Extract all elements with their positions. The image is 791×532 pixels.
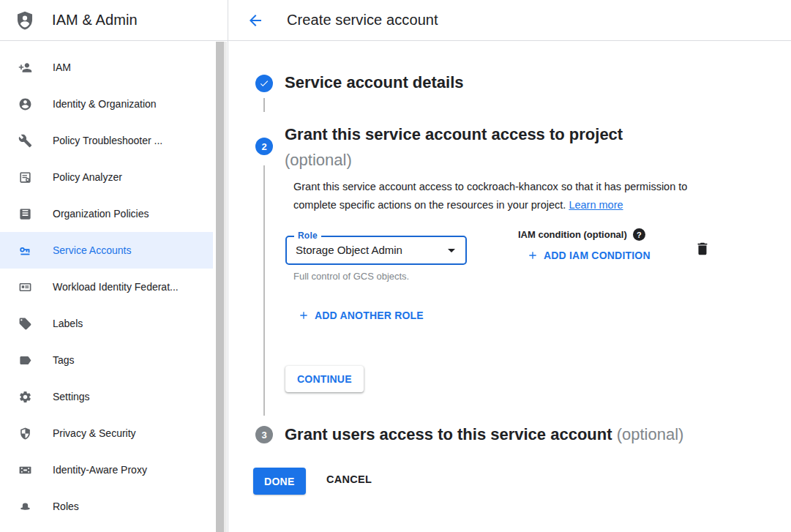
learn-more-link[interactable]: Learn more [569, 199, 623, 211]
continue-button[interactable]: CONTINUE [285, 366, 364, 392]
sidebar-item-label: Labels [53, 318, 83, 329]
back-arrow-icon[interactable] [247, 12, 264, 29]
gear-icon [16, 389, 34, 404]
stepper-connector [263, 98, 265, 112]
scrollbar-thumb[interactable] [216, 42, 224, 532]
document-lines-icon [16, 206, 34, 221]
sidebar-item-settings[interactable]: Settings [0, 378, 213, 415]
sidebar-header: IAM & Admin [0, 0, 228, 41]
product-title: IAM & Admin [52, 12, 138, 29]
policy-analyzer-doc-search-icon [16, 170, 34, 184]
sidebar-item-labels[interactable]: Labels [0, 305, 213, 342]
main-panel: Create service account Service account d… [228, 0, 791, 532]
sidebar-item-tags[interactable]: Tags [0, 342, 213, 378]
sidebar-item-policy-analyzer[interactable]: Policy Analyzer [0, 159, 213, 195]
dropdown-arrow-icon [443, 241, 460, 259]
proxy-grid-icon [16, 462, 34, 477]
person-add-icon [16, 60, 34, 75]
scrollbar-track [224, 42, 227, 532]
sidebar-item-label: Policy Analyzer [53, 171, 122, 183]
sidebar-item-workload-identity-federat[interactable]: Workload Identity Federat... [0, 269, 213, 305]
role-selected-value: Storage Object Admin [296, 237, 402, 263]
sidebar-item-label: Settings [53, 391, 90, 402]
step2-title: Grant this service account access to pro… [285, 125, 623, 143]
sidebar-item-label: Privacy & Security [53, 427, 136, 439]
step2-optional-label: (optional) [285, 147, 623, 173]
page-title: Create service account [287, 12, 438, 29]
step3-number-badge: 3 [255, 426, 273, 443]
done-button[interactable]: DONE [253, 468, 306, 495]
sidebar-item-roles[interactable]: Roles [0, 488, 213, 525]
step2-number-badge: 2 [255, 138, 273, 155]
step1-title: Service account details [285, 73, 464, 92]
trash-icon[interactable] [694, 240, 712, 258]
step3-optional-label: (optional) [617, 425, 684, 443]
sidebar-item-label: Workload Identity Federat... [53, 281, 179, 293]
help-question-icon[interactable] [633, 228, 645, 241]
sidebar-item-iam[interactable]: IAM [0, 49, 213, 86]
sidebar-item-label: Tags [53, 354, 75, 366]
hat-icon [16, 499, 34, 514]
sidebar-item-service-accounts[interactable]: Service Accounts [0, 232, 213, 269]
sidebar-item-identity-organization[interactable]: Identity & Organization [0, 86, 213, 122]
shield-half-icon [16, 426, 34, 441]
sidebar-item-label: Identity-Aware Proxy [53, 464, 147, 476]
sidebar-item-label: Organization Policies [53, 208, 149, 220]
identity-person-circle-icon [16, 97, 34, 111]
badge-card-icon [16, 280, 34, 294]
check-icon [259, 78, 269, 89]
wizard-content: Service account details 2 Grant this ser… [228, 41, 791, 532]
sidebar-item-label: Roles [53, 501, 79, 512]
sidebar-nav: IAM Identity & Organization Policy Troub… [0, 42, 213, 525]
sidebar-item-privacy-security[interactable]: Privacy & Security [0, 415, 213, 452]
sidebar: IAM & Admin IAM Identity & Organization … [0, 0, 228, 532]
role-select[interactable]: Role Storage Object Admin [285, 236, 467, 265]
step2-heading: Grant this service account access to pro… [285, 121, 623, 173]
add-another-role-button[interactable]: ADD ANOTHER ROLE [298, 310, 424, 321]
plus-icon [298, 310, 310, 321]
sidebar-item-label: IAM [53, 61, 71, 73]
wrench-icon [16, 133, 34, 148]
service-account-key-icon [16, 243, 34, 258]
sidebar-item-label: Service Accounts [53, 244, 131, 256]
stepper-rail [263, 165, 265, 416]
label-tag-icon [16, 316, 34, 331]
step3-title: Grant users access to this service accou… [285, 425, 612, 443]
page-header: Create service account [228, 0, 791, 41]
cancel-button[interactable]: CANCEL [326, 473, 372, 485]
tag-arrow-icon [16, 353, 34, 367]
sidebar-item-organization-policies[interactable]: Organization Policies [0, 195, 213, 232]
step2-description: Grant this service account access to coc… [293, 178, 724, 214]
role-helper-text: Full control of GCS objects. [293, 271, 409, 282]
step1-complete-badge [255, 75, 273, 92]
sidebar-scrollbar[interactable] [214, 42, 227, 532]
add-iam-condition-button[interactable]: ADD IAM CONDITION [527, 250, 651, 261]
step3-heading: Grant users access to this service accou… [285, 425, 683, 444]
sidebar-item-identity-aware-proxy[interactable]: Identity-Aware Proxy [0, 452, 213, 488]
sidebar-item-label: Policy Troubleshooter ... [53, 135, 162, 146]
iam-shield-person-icon [15, 10, 35, 31]
iam-condition-label: IAM condition (optional) [518, 229, 627, 240]
iam-condition-header: IAM condition (optional) [518, 228, 645, 241]
sidebar-item-policy-troubleshooter[interactable]: Policy Troubleshooter ... [0, 122, 213, 159]
sidebar-item-label: Identity & Organization [53, 98, 157, 110]
plus-icon [527, 250, 539, 261]
